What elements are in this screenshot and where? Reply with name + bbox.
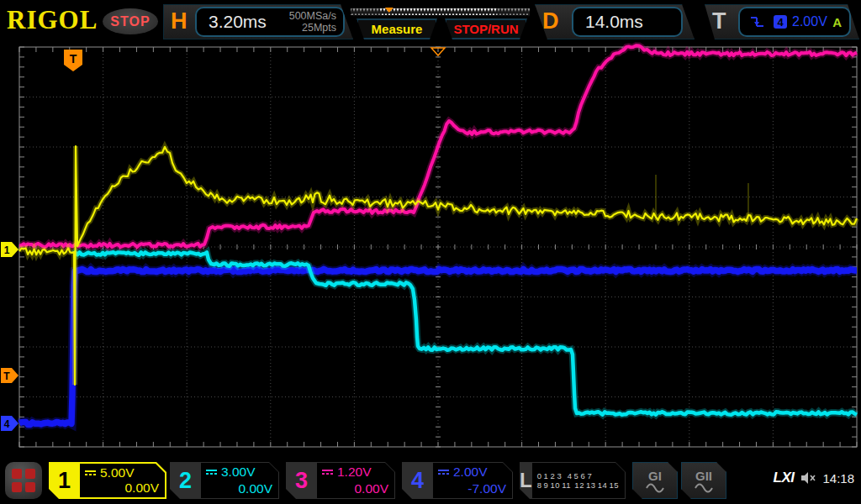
channel2-module[interactable]: 2 3.00V 0.00V: [170, 462, 279, 499]
timebase-value: 3.20ms: [209, 12, 289, 32]
memory-position-bar[interactable]: [351, 8, 530, 17]
dc-coupling-icon: [322, 470, 333, 475]
channel2-offset: 0.00V: [206, 481, 272, 496]
channel4-offset: -7.00V: [438, 481, 506, 496]
dc-coupling-icon: [206, 470, 217, 475]
ch2-trace-glow: [73, 252, 857, 415]
trigger-label: T: [712, 8, 726, 34]
channel1-offset: 0.00V: [85, 480, 159, 496]
channel4-module[interactable]: 4 2.00V -7.00V: [402, 462, 513, 499]
logic-analyzer-module[interactable]: L 0 1 2 3 4 5 6 7 8 9 10 11 12 13 14 15: [520, 462, 626, 499]
oscilloscope-screen: 1T4T RIGOL STOP H 3.20ms 500MSa/s 25Mpts…: [0, 0, 861, 504]
sine-wave-icon: [645, 483, 665, 493]
clock: 14:18: [822, 471, 854, 486]
trigger-position-marker[interactable]: T: [64, 50, 82, 71]
bottom-status-bar: 1 5.00V 0.00V 2 3.00V 0.00V 3 1.20V 0.00: [0, 458, 861, 504]
stop-run-button[interactable]: STOP/RUN: [445, 18, 527, 39]
speaker-muted-icon: [800, 471, 816, 485]
logic-label: L: [520, 462, 532, 499]
channel3-number: 3: [286, 462, 317, 499]
channel3-module[interactable]: 3 1.20V 0.00V: [286, 462, 395, 499]
measure-button-label: Measure: [372, 22, 423, 36]
svg-text:T: T: [70, 52, 77, 66]
channel1-number: 1: [49, 462, 80, 499]
ch2-trace: [73, 252, 857, 415]
channel2-scale: 3.00V: [221, 465, 256, 480]
logic-channels-row1: 0 1 2 3 4 5 6 7: [537, 471, 619, 480]
trigger-mode: A: [832, 15, 842, 29]
channel4-number: 4: [402, 462, 433, 499]
svg-text:4: 4: [4, 418, 10, 430]
logic-channels-row2: 8 9 10 11 12 13 14 15: [537, 480, 619, 490]
trigger-source-badge: 4: [774, 15, 787, 29]
channel3-scale: 1.20V: [337, 465, 372, 480]
scope-display[interactable]: 1T4T: [0, 0, 861, 504]
svg-text:T: T: [3, 370, 10, 382]
channel1-module[interactable]: 1 5.00V 0.00V: [49, 462, 166, 499]
lxi-status: LXI: [774, 470, 795, 486]
top-status-bar: RIGOL STOP H 3.20ms 500MSa/s 25Mpts Meas…: [0, 0, 861, 42]
svg-text:1: 1: [4, 244, 10, 256]
trigger-panel[interactable]: T 4 2.00V A: [705, 4, 859, 39]
delay-label: D: [542, 8, 559, 34]
rigol-logo: RIGOL: [7, 5, 98, 35]
source2-label: GII: [695, 469, 712, 483]
delay-value: 14.0ms: [585, 12, 681, 32]
ch1-position-marker[interactable]: 1: [1, 242, 18, 257]
measure-button[interactable]: Measure: [357, 18, 437, 39]
run-state-badge: STOP: [103, 8, 158, 34]
memory-depth: 25Mpts: [302, 22, 336, 34]
source2-button[interactable]: GII: [681, 462, 726, 499]
channel2-number: 2: [170, 462, 201, 499]
menu-button[interactable]: [5, 462, 42, 499]
trigger-level-marker[interactable]: T: [1, 368, 18, 383]
ch4-position-marker[interactable]: 4: [1, 416, 18, 431]
trigger-level-value: 2.00V: [792, 14, 832, 29]
channel1-scale: 5.00V: [100, 465, 135, 480]
horizontal-label: H: [171, 8, 188, 34]
horizontal-panel[interactable]: H 3.20ms 500MSa/s 25Mpts: [163, 4, 353, 39]
source1-button[interactable]: GI: [632, 462, 678, 499]
stop-run-button-label: STOP/RUN: [453, 22, 518, 36]
falling-edge-icon: [750, 15, 765, 29]
dc-coupling-icon: [438, 470, 449, 475]
source1-label: GI: [648, 469, 662, 483]
delay-panel[interactable]: D 14.0ms: [535, 4, 695, 39]
sine-wave-icon: [694, 483, 714, 493]
menu-grid-icon: [12, 469, 22, 479]
channel4-scale: 2.00V: [453, 465, 488, 480]
acquisition-info: 500MSa/s 25Mpts: [289, 10, 336, 34]
sample-rate: 500MSa/s: [289, 10, 336, 22]
dc-coupling-icon: [85, 470, 96, 475]
channel3-offset: 0.00V: [322, 481, 388, 496]
